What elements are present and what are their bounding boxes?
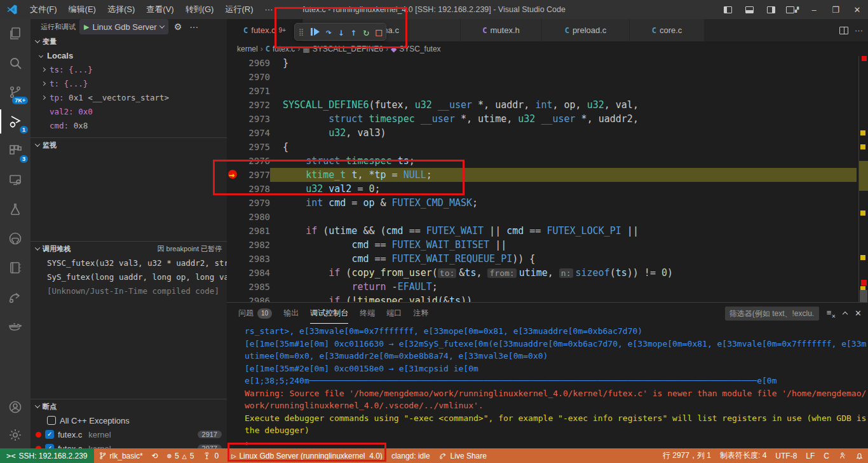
extensions-icon[interactable]: 3 [0,136,31,165]
panel-tab-问题[interactable]: 问题10 [238,303,272,324]
git-branch-item[interactable]: rlk_basic* [94,448,147,463]
github-icon[interactable] [0,224,31,253]
checkbox-checked[interactable] [45,430,54,439]
notifications-item[interactable] [851,448,868,463]
variables-section-header[interactable]: 变量 [31,34,227,48]
toggle-secondary-sidebar-icon[interactable] [760,0,782,19]
menu-item-6[interactable]: ··· [259,0,278,19]
notebook-icon[interactable] [0,253,31,282]
clear-console-icon[interactable]: ≡✕ [827,308,836,319]
locals-scope[interactable]: Locals [31,48,227,62]
ports-item[interactable]: 0 [198,448,223,463]
encoding-item[interactable]: UTF-8 [771,448,801,463]
code-line-2972[interactable]: 2972SYSCALL_DEFINE6(futex, u32 __user *,… [227,98,868,112]
panel-tab-调试控制台[interactable]: 调试控制台 [310,303,348,324]
customize-layout-icon[interactable]: ▞ [782,0,803,19]
breadcrumb[interactable]: kernel›Cfutex.c›▦SYSCALL_DEFINE6›◆SYSC_f… [227,41,868,56]
exception-breakpoint-row[interactable]: All C++ Exceptions [31,413,227,427]
breadcrumb-item[interactable]: ◆SYSC_futex [391,45,441,53]
toggle-sidebar-icon[interactable] [717,0,738,19]
live-share-item[interactable]: Live Share [435,448,491,463]
stack-frame-row[interactable]: [Unknown/Just-In-Time compiled code] [31,284,227,298]
language-mode-item[interactable]: C [819,448,834,463]
code-line-2973[interactable]: 2973 struct timespec __user *, utime, u3… [227,112,868,126]
toggle-panel-icon[interactable] [738,0,760,19]
step-out-button[interactable]: ↑ [351,26,357,38]
panel-tab-端口[interactable]: 端口 [386,303,402,324]
close-panel-icon[interactable]: ✕ [855,308,862,318]
tab-preload.c[interactable]: Cpreload.c [542,19,630,41]
breakpoints-section-header[interactable]: 断点 [31,399,227,413]
start-debug-icon[interactable]: ▶ [84,23,89,31]
variable-row[interactable]: cmd: 0x8 [31,118,227,132]
code-line-2981[interactable]: 2981 if (utime && (cmd == FUTEX_WAIT || … [227,224,868,238]
breadcrumb-item[interactable]: Cfutex.c [266,45,295,53]
code-line-2983[interactable]: 2983 cmd == FUTEX_WAIT_REQUEUE_PI)) { [227,252,868,266]
stack-frame-row[interactable]: SYSC_futex(u32 val3, u32 * uaddr2, stru [31,256,227,270]
debug-config-dropdown[interactable]: ▶ Linux Gdb Server [79,19,168,34]
debug-more-actions-icon[interactable]: ··· [187,22,200,32]
clangd-status-item[interactable]: clangd: idle [387,448,435,463]
scrollbar[interactable] [860,290,867,302]
code-editor[interactable]: 2969}297029712972SYSCALL_DEFINE6(futex, … [227,56,868,302]
breakpoint-row[interactable]: futex.ckernel2917 [31,427,227,441]
continue-button[interactable] [311,28,320,36]
stop-button[interactable]: □ [376,26,382,38]
code-line-2979[interactable]: 2979 int cmd = op & FUTEX_CMD_MASK; [227,196,868,210]
restart-button[interactable]: ↻ [363,26,369,38]
breakpoint-row[interactable]: futex.ckernel2977 [31,441,227,448]
toolbar-drag-handle[interactable]: ⣿ [299,28,304,36]
console-filter-input[interactable] [725,307,819,321]
code-line-2969[interactable]: 2969} [227,56,868,70]
eol-item[interactable]: LF [801,448,819,463]
code-line-2974[interactable]: 2974 u32, val3) [227,126,868,140]
remote-explorer-icon[interactable] [0,165,31,195]
editor-more-actions-icon[interactable]: ··· [855,25,863,35]
code-line-2971[interactable]: 2971 [227,84,868,98]
panel-tab-输出[interactable]: 输出 [283,303,299,324]
search-icon[interactable] [0,48,31,78]
variable-row[interactable]: tp: 0x1 <__vectors_start> [31,90,227,104]
maximize-panel-icon[interactable] [843,308,847,318]
panel-tab-注释[interactable]: 注释 [413,303,428,324]
restore-button[interactable]: ❐ [825,0,846,19]
breadcrumb-item[interactable]: kernel [237,45,258,53]
code-line-2978[interactable]: 2978 u32 val2 = 0; [227,182,868,196]
step-into-button[interactable]: ↓ [338,26,344,38]
checkbox-checked[interactable] [45,444,54,448]
minimize-button[interactable]: – [803,0,825,19]
menu-item-2[interactable]: 选择(S) [102,0,140,19]
menu-item-1[interactable]: 编辑(E) [63,0,102,19]
code-line-2977[interactable]: →2977 ktime_t t, *tp = NULL; [227,168,868,182]
debug-console-output[interactable]: rs_start>, e[33mvale[0m=0x7fffffff, e[33… [227,324,868,448]
tab-core.c[interactable]: Ccore.c [630,19,705,41]
live-share-icon[interactable] [0,282,31,312]
account-icon[interactable] [0,392,31,422]
docker-icon[interactable] [0,312,31,341]
code-line-2970[interactable]: 2970 [227,70,868,84]
split-editor-icon[interactable] [839,27,848,34]
breadcrumb-item[interactable]: ▦SYSCALL_DEFINE6 [302,45,383,53]
settings-gear-icon[interactable] [0,422,31,448]
variable-row[interactable]: t: {...} [31,76,227,90]
source-control-icon[interactable]: 7K+ [0,78,31,107]
explorer-icon[interactable] [0,19,31,48]
testing-icon[interactable] [0,195,31,224]
panel-tab-终端[interactable]: 终端 [360,303,375,324]
menu-item-4[interactable]: 转到(G) [180,0,220,19]
code-line-2984[interactable]: 2984 if (copy_from_user(to:&ts, from:uti… [227,266,868,280]
code-line-2975[interactable]: 2975{ [227,140,868,154]
tab-mutex.h[interactable]: Cmutex.h [461,19,542,41]
remote-indicator[interactable]: >< SSH: 192.168.2.239 [0,448,94,463]
watch-section-header[interactable]: 监视 [31,138,227,152]
code-line-2985[interactable]: 2985 return -EFAULT; [227,280,868,294]
problems-item[interactable]: ⊗ 5 △ 5 [163,448,199,463]
tab-size-item[interactable]: 制表符长度: 4 [715,448,771,463]
variable-row[interactable]: ts: {...} [31,62,227,76]
code-line-2976[interactable]: 2976 struct timespec ts; [227,154,868,168]
stack-frame-row[interactable]: SyS_futex(long uaddr, long op, long val [31,270,227,284]
tab-futex.c[interactable]: Cfutex.c9+ [227,19,303,41]
run-debug-icon[interactable]: 1 [0,107,31,136]
close-button[interactable]: ✕ [846,0,868,19]
call-stack-section-header[interactable]: 调用堆栈 因 breakpoint 已暂停 [31,242,227,256]
